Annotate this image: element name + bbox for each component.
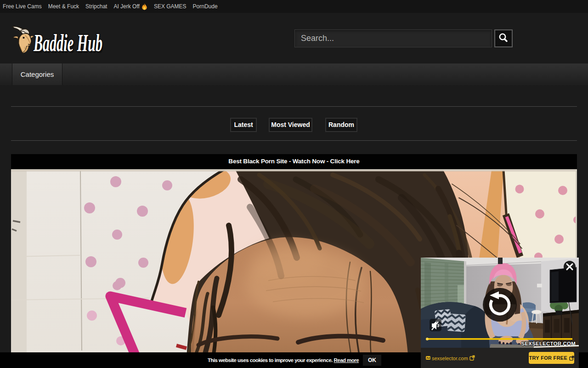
- svg-text:Baddie Hub: Baddie Hub: [33, 30, 102, 56]
